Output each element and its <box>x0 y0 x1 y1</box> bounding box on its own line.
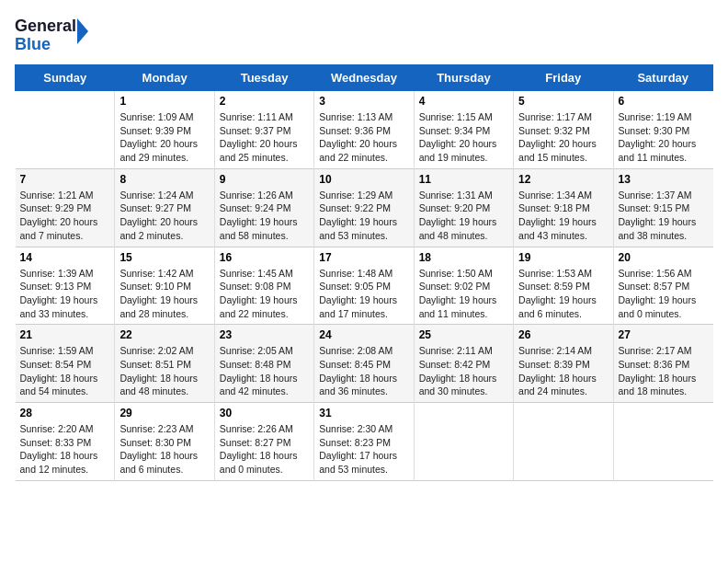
svg-marker-2 <box>77 18 88 44</box>
calendar-cell: 4Sunrise: 1:15 AM Sunset: 9:34 PM Daylig… <box>414 91 513 169</box>
calendar-cell: 16Sunrise: 1:45 AM Sunset: 9:08 PM Dayli… <box>214 247 313 325</box>
day-number: 10 <box>319 173 408 186</box>
day-info: Sunrise: 1:11 AM Sunset: 9:37 PM Dayligh… <box>220 110 309 165</box>
weekday-header: Monday <box>115 65 214 91</box>
header: GeneralBlue <box>15 15 713 55</box>
calendar-cell: 14Sunrise: 1:39 AM Sunset: 9:13 PM Dayli… <box>16 247 115 325</box>
day-info: Sunrise: 1:42 AM Sunset: 9:10 PM Dayligh… <box>119 267 209 321</box>
day-number: 1 <box>119 95 209 108</box>
day-info: Sunrise: 2:14 AM Sunset: 8:39 PM Dayligh… <box>518 344 608 398</box>
day-number: 17 <box>319 251 408 264</box>
day-number: 15 <box>119 251 209 264</box>
calendar-body: 1Sunrise: 1:09 AM Sunset: 9:39 PM Daylig… <box>16 91 713 481</box>
calendar-cell: 7Sunrise: 1:21 AM Sunset: 9:29 PM Daylig… <box>16 168 115 247</box>
day-number: 6 <box>619 95 709 108</box>
calendar-week-row: 1Sunrise: 1:09 AM Sunset: 9:39 PM Daylig… <box>16 91 713 169</box>
day-number: 20 <box>619 251 709 264</box>
day-number: 19 <box>518 251 608 264</box>
calendar-header: SundayMondayTuesdayWednesdayThursdayFrid… <box>16 65 713 91</box>
calendar-cell: 21Sunrise: 1:59 AM Sunset: 8:54 PM Dayli… <box>16 325 115 403</box>
day-info: Sunrise: 2:17 AM Sunset: 8:36 PM Dayligh… <box>619 344 709 398</box>
day-info: Sunrise: 1:26 AM Sunset: 9:24 PM Dayligh… <box>220 189 309 243</box>
day-number: 24 <box>319 328 408 341</box>
weekday-header: Friday <box>514 65 613 91</box>
day-info: Sunrise: 1:34 AM Sunset: 9:18 PM Dayligh… <box>518 189 608 243</box>
calendar-cell: 28Sunrise: 2:20 AM Sunset: 8:33 PM Dayli… <box>16 403 115 481</box>
day-number: 30 <box>220 407 309 419</box>
calendar-week-row: 21Sunrise: 1:59 AM Sunset: 8:54 PM Dayli… <box>16 325 713 403</box>
day-info: Sunrise: 1:31 AM Sunset: 9:20 PM Dayligh… <box>419 189 508 243</box>
calendar-cell: 11Sunrise: 1:31 AM Sunset: 9:20 PM Dayli… <box>414 168 513 247</box>
day-number: 7 <box>20 173 110 186</box>
day-info: Sunrise: 1:19 AM Sunset: 9:30 PM Dayligh… <box>619 110 709 165</box>
day-number: 25 <box>419 328 508 341</box>
day-info: Sunrise: 1:09 AM Sunset: 9:39 PM Dayligh… <box>119 110 209 165</box>
day-info: Sunrise: 1:17 AM Sunset: 9:32 PM Dayligh… <box>518 110 608 165</box>
day-info: Sunrise: 2:05 AM Sunset: 8:48 PM Dayligh… <box>220 344 309 398</box>
day-number: 23 <box>220 328 309 341</box>
day-info: Sunrise: 1:37 AM Sunset: 9:15 PM Dayligh… <box>619 189 709 243</box>
day-info: Sunrise: 2:11 AM Sunset: 8:42 PM Dayligh… <box>419 344 508 398</box>
day-info: Sunrise: 2:23 AM Sunset: 8:30 PM Dayligh… <box>119 422 209 477</box>
calendar-cell: 12Sunrise: 1:34 AM Sunset: 9:18 PM Dayli… <box>514 168 613 247</box>
day-number: 31 <box>319 407 408 419</box>
calendar-cell: 5Sunrise: 1:17 AM Sunset: 9:32 PM Daylig… <box>514 91 613 169</box>
day-info: Sunrise: 2:20 AM Sunset: 8:33 PM Dayligh… <box>20 422 110 477</box>
weekday-header: Wednesday <box>314 65 414 91</box>
calendar-cell: 1Sunrise: 1:09 AM Sunset: 9:39 PM Daylig… <box>115 91 214 169</box>
day-info: Sunrise: 1:48 AM Sunset: 9:05 PM Dayligh… <box>319 267 408 321</box>
day-number: 11 <box>419 173 508 186</box>
day-number: 12 <box>518 173 608 186</box>
day-number: 2 <box>220 95 309 108</box>
calendar-cell <box>414 403 513 481</box>
day-info: Sunrise: 1:50 AM Sunset: 9:02 PM Dayligh… <box>419 267 508 321</box>
calendar-cell: 6Sunrise: 1:19 AM Sunset: 9:30 PM Daylig… <box>613 91 712 169</box>
calendar-cell: 8Sunrise: 1:24 AM Sunset: 9:27 PM Daylig… <box>115 168 214 247</box>
calendar-cell <box>514 403 613 481</box>
calendar-cell: 3Sunrise: 1:13 AM Sunset: 9:36 PM Daylig… <box>314 91 414 169</box>
day-number: 16 <box>220 251 309 264</box>
logo-icon: GeneralBlue <box>15 15 88 55</box>
calendar-cell: 20Sunrise: 1:56 AM Sunset: 8:57 PM Dayli… <box>613 247 712 325</box>
day-number: 28 <box>20 407 110 419</box>
day-info: Sunrise: 2:30 AM Sunset: 8:23 PM Dayligh… <box>319 422 408 477</box>
day-info: Sunrise: 1:56 AM Sunset: 8:57 PM Dayligh… <box>619 267 709 321</box>
calendar-cell: 2Sunrise: 1:11 AM Sunset: 9:37 PM Daylig… <box>214 91 313 169</box>
calendar-cell: 15Sunrise: 1:42 AM Sunset: 9:10 PM Dayli… <box>115 247 214 325</box>
day-number: 8 <box>119 173 209 186</box>
calendar-cell: 25Sunrise: 2:11 AM Sunset: 8:42 PM Dayli… <box>414 325 513 403</box>
calendar-cell <box>16 91 115 169</box>
svg-text:General: General <box>15 17 76 35</box>
day-info: Sunrise: 2:02 AM Sunset: 8:51 PM Dayligh… <box>119 344 209 398</box>
day-info: Sunrise: 2:08 AM Sunset: 8:45 PM Dayligh… <box>319 344 408 398</box>
day-info: Sunrise: 1:15 AM Sunset: 9:34 PM Dayligh… <box>419 110 508 165</box>
day-number: 29 <box>119 407 209 419</box>
calendar-cell: 23Sunrise: 2:05 AM Sunset: 8:48 PM Dayli… <box>214 325 313 403</box>
day-number: 18 <box>419 251 508 264</box>
day-number: 14 <box>20 251 110 264</box>
calendar-cell: 26Sunrise: 2:14 AM Sunset: 8:39 PM Dayli… <box>514 325 613 403</box>
day-info: Sunrise: 1:53 AM Sunset: 8:59 PM Dayligh… <box>518 267 608 321</box>
day-number: 21 <box>20 328 110 341</box>
calendar-cell: 24Sunrise: 2:08 AM Sunset: 8:45 PM Dayli… <box>314 325 414 403</box>
calendar-cell <box>613 403 712 481</box>
calendar-week-row: 28Sunrise: 2:20 AM Sunset: 8:33 PM Dayli… <box>16 403 713 481</box>
day-info: Sunrise: 1:21 AM Sunset: 9:29 PM Dayligh… <box>20 189 110 243</box>
weekday-row: SundayMondayTuesdayWednesdayThursdayFrid… <box>16 65 713 91</box>
calendar-cell: 27Sunrise: 2:17 AM Sunset: 8:36 PM Dayli… <box>613 325 712 403</box>
day-info: Sunrise: 1:24 AM Sunset: 9:27 PM Dayligh… <box>119 189 209 243</box>
weekday-header: Sunday <box>16 65 115 91</box>
calendar-cell: 22Sunrise: 2:02 AM Sunset: 8:51 PM Dayli… <box>115 325 214 403</box>
calendar-cell: 30Sunrise: 2:26 AM Sunset: 8:27 PM Dayli… <box>214 403 313 481</box>
calendar-cell: 9Sunrise: 1:26 AM Sunset: 9:24 PM Daylig… <box>214 168 313 247</box>
calendar-cell: 17Sunrise: 1:48 AM Sunset: 9:05 PM Dayli… <box>314 247 414 325</box>
day-number: 3 <box>319 95 408 108</box>
day-number: 26 <box>518 328 608 341</box>
weekday-header: Thursday <box>414 65 513 91</box>
day-number: 5 <box>518 95 608 108</box>
day-info: Sunrise: 1:13 AM Sunset: 9:36 PM Dayligh… <box>319 110 408 165</box>
day-number: 13 <box>619 173 709 186</box>
calendar-week-row: 14Sunrise: 1:39 AM Sunset: 9:13 PM Dayli… <box>16 247 713 325</box>
day-info: Sunrise: 2:26 AM Sunset: 8:27 PM Dayligh… <box>220 422 309 477</box>
day-info: Sunrise: 1:45 AM Sunset: 9:08 PM Dayligh… <box>220 267 309 321</box>
